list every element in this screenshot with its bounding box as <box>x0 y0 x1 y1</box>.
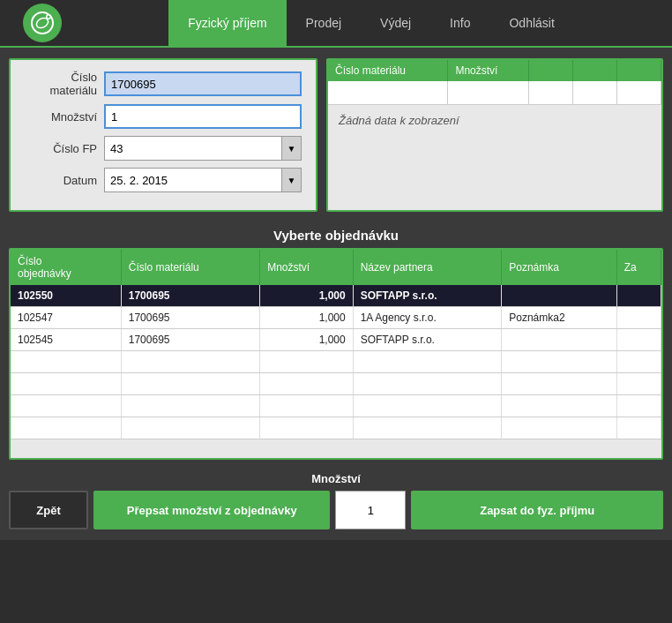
table-row-empty <box>11 395 661 417</box>
bottom-qty-label: Množství <box>311 472 361 485</box>
table-cell: 102550 <box>11 285 121 307</box>
main-nav: Fyzický příjem Prodej Výdej Info Odhlási… <box>78 0 665 46</box>
table-cell: 1,000 <box>260 307 353 329</box>
svg-point-3 <box>48 16 50 19</box>
back-button[interactable]: Zpět <box>9 491 88 529</box>
table-cell-empty <box>616 395 661 417</box>
form-row-cislo-materialu: Číslo materiálu <box>25 71 302 97</box>
order-table-container: Čísloobjednávky Číslo materiálu Množství… <box>9 248 663 460</box>
cislo-fp-dropdown-btn[interactable]: ▼ <box>282 136 302 161</box>
table-cell <box>616 307 661 329</box>
table-cell-empty <box>616 351 661 373</box>
order-section-title: Vyberte objednávku <box>9 221 663 248</box>
order-table-scroll[interactable]: Čísloobjednávky Číslo materiálu Množství… <box>11 250 661 458</box>
cislo-materialu-label: Číslo materiálu <box>25 71 104 97</box>
table-cell-empty <box>260 351 353 373</box>
table-cell: 1700695 <box>121 307 259 329</box>
mini-table: Číslo materiálu Množství <box>328 60 661 105</box>
datum-input[interactable] <box>104 168 282 192</box>
datum-field: ▼ <box>104 168 302 192</box>
nav-vydej[interactable]: Výdej <box>361 0 430 47</box>
col-cislo-mat: Číslo materiálu <box>121 250 259 285</box>
table-cell: 1,000 <box>260 285 353 307</box>
cislo-materialu-input[interactable] <box>104 71 302 96</box>
cislo-fp-input[interactable] <box>104 136 282 161</box>
col-mnozstvi: Množství <box>260 250 353 285</box>
col-poznamka: Poznámka <box>502 250 616 285</box>
table-cell: 1700695 <box>121 329 259 351</box>
table-cell <box>502 329 616 351</box>
table-cell-empty <box>11 417 121 439</box>
table-cell-empty <box>260 395 353 417</box>
table-row[interactable]: 10254717006951,0001A Agency s.r.o.Poznám… <box>11 307 661 329</box>
mini-col-3 <box>529 60 573 81</box>
table-row[interactable]: 10254517006951,000SOFTAPP s.r.o. <box>11 329 661 351</box>
mini-table-empty-row <box>328 81 661 104</box>
table-cell-empty <box>121 395 259 417</box>
table-cell-empty <box>502 373 616 395</box>
bottom-section: Množství Zpět Přepsat množství z objedná… <box>9 469 663 529</box>
mnozstvi-input[interactable] <box>104 104 302 129</box>
table-cell-empty <box>353 395 502 417</box>
overwrite-qty-button[interactable]: Přepsat množství z objednávky <box>93 491 330 529</box>
table-cell: Poznámka2 <box>502 307 616 329</box>
table-cell-empty <box>260 417 353 439</box>
table-cell-empty <box>502 417 616 439</box>
mini-table-panel: Číslo materiálu Množství <box>326 58 663 212</box>
table-cell-empty <box>353 373 502 395</box>
no-data-text: Žádná data k zobrazení <box>328 105 661 136</box>
mini-td-1 <box>328 81 448 104</box>
bottom-buttons: Zpět Přepsat množství z objednávky Zapsa… <box>9 491 663 529</box>
nav-fizicky-prijem[interactable]: Fyzický příjem <box>168 0 286 47</box>
table-cell-empty <box>616 417 661 439</box>
datum-dropdown-btn[interactable]: ▼ <box>282 168 302 192</box>
table-row-empty <box>11 351 661 373</box>
col-partner: Název partnera <box>353 250 502 285</box>
nav-info[interactable]: Info <box>430 0 489 47</box>
table-cell-empty <box>11 395 121 417</box>
logo-icon <box>23 4 62 42</box>
order-table-header-row: Čísloobjednávky Číslo materiálu Množství… <box>11 250 661 285</box>
table-cell: 1,000 <box>260 329 353 351</box>
order-section: Vyberte objednávku Čísloobjednávky Číslo… <box>9 221 663 460</box>
nav-prodej[interactable]: Prodej <box>287 0 361 47</box>
table-cell: 1A Agency s.r.o. <box>353 307 502 329</box>
table-cell-empty <box>502 395 616 417</box>
order-table: Čísloobjednávky Číslo materiálu Množství… <box>11 250 661 439</box>
mini-col-cislo-materialu: Číslo materiálu <box>328 60 448 81</box>
mini-td-3 <box>529 81 573 104</box>
form-row-cislo-fp: Číslo FP ▼ <box>25 136 302 161</box>
qty-field[interactable] <box>335 491 406 529</box>
save-button[interactable]: Zapsat do fyz. příjmu <box>411 491 663 529</box>
mini-col-mnozstvi: Množství <box>448 60 529 81</box>
table-cell <box>502 285 616 307</box>
mnozstvi-label: Množství <box>25 110 104 124</box>
form-panel: Číslo materiálu Množství Číslo FP ▼ Datu… <box>9 58 317 212</box>
order-table-body: 10255017006951,000SOFTAPP s.r.o.10254717… <box>11 285 661 439</box>
col-cislo-obj: Čísloobjednávky <box>11 250 121 285</box>
table-cell-empty <box>502 351 616 373</box>
mini-td-2 <box>448 81 529 104</box>
table-cell <box>616 329 661 351</box>
mini-col-5 <box>617 60 661 81</box>
mini-col-4 <box>573 60 617 81</box>
table-row[interactable]: 10255017006951,000SOFTAPP s.r.o. <box>11 285 661 307</box>
mini-td-4 <box>573 81 617 104</box>
table-cell-empty <box>11 373 121 395</box>
table-cell: SOFTAPP s.r.o. <box>353 329 502 351</box>
main-content: Číslo materiálu Množství Číslo FP ▼ Datu… <box>0 48 672 540</box>
form-row-mnozstvi: Množství <box>25 104 302 129</box>
table-cell-empty <box>353 351 502 373</box>
table-cell: 102545 <box>11 329 121 351</box>
table-cell <box>616 285 661 307</box>
nav-odhlasit[interactable]: Odhlásit <box>489 0 573 47</box>
table-cell: SOFTAPP s.r.o. <box>353 285 502 307</box>
header: Fyzický příjem Prodej Výdej Info Odhlási… <box>0 0 672 48</box>
logo-area <box>7 4 78 42</box>
mini-td-5 <box>617 81 661 104</box>
table-cell: 1700695 <box>121 285 259 307</box>
mini-table-scroll[interactable]: Číslo materiálu Množství <box>328 60 661 136</box>
table-row-empty <box>11 373 661 395</box>
table-cell-empty <box>121 417 259 439</box>
col-za: Za <box>616 250 661 285</box>
